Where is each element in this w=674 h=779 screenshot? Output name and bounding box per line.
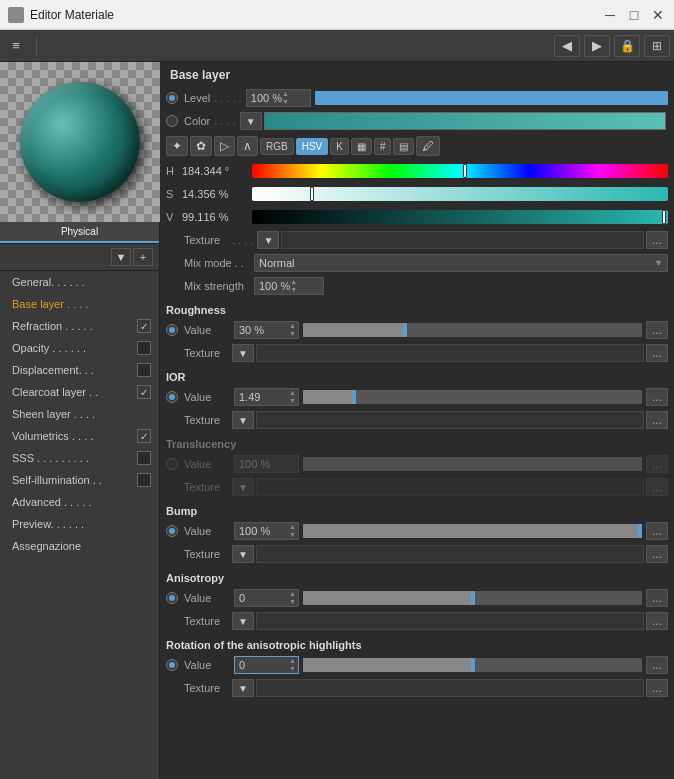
rotation-texture-field[interactable]: [256, 679, 644, 697]
texture-top-dropdown[interactable]: ▼: [257, 231, 279, 249]
anisotropy-texture-dropdown[interactable]: ▼: [232, 612, 254, 630]
roughness-more[interactable]: ...: [646, 321, 668, 339]
bump-down[interactable]: ▼: [289, 531, 296, 539]
sidebar-item-opacity[interactable]: Opacity . . . . . .: [0, 337, 159, 359]
ior-input[interactable]: 1.49 ▲ ▼: [234, 388, 299, 406]
level-down[interactable]: ▼: [282, 98, 289, 106]
roughness-texture-dropdown[interactable]: ▼: [232, 344, 254, 362]
sidebar-item-displacement[interactable]: Displacement. . .: [0, 359, 159, 381]
texture-top-field[interactable]: [281, 231, 644, 249]
level-up[interactable]: ▲: [282, 90, 289, 98]
sidebar-item-volumetrics[interactable]: Volumetrics . . . .: [0, 425, 159, 447]
self-illum-checkbox[interactable]: [137, 473, 151, 487]
back-button[interactable]: ◀: [554, 35, 580, 57]
sidebar-item-general[interactable]: General. . . . . .: [0, 271, 159, 293]
anisotropy-texture-field[interactable]: [256, 612, 644, 630]
tab-physical[interactable]: Physical: [0, 222, 159, 243]
color-eyedropper[interactable]: 🖊: [416, 136, 440, 156]
mix-strength-up[interactable]: ▲: [290, 278, 297, 286]
menu-button[interactable]: ≡: [4, 34, 28, 58]
bump-up[interactable]: ▲: [289, 523, 296, 531]
bump-texture-more[interactable]: ...: [646, 545, 668, 563]
sidebar-add-button[interactable]: +: [133, 248, 153, 266]
sidebar-item-base-layer[interactable]: Base layer . . . .: [0, 293, 159, 315]
bump-radio[interactable]: [166, 525, 178, 537]
rotation-input[interactable]: 0 ▲ ▼: [234, 656, 299, 674]
volumetrics-checkbox[interactable]: [137, 429, 151, 443]
sidebar-settings-button[interactable]: ▼: [111, 248, 131, 266]
rotation-slider[interactable]: [303, 658, 642, 672]
mix-strength-input[interactable]: 100 % ▲ ▼: [254, 277, 324, 295]
anisotropy-slider[interactable]: [303, 591, 642, 605]
displacement-checkbox[interactable]: [137, 363, 151, 377]
color-mode-grid[interactable]: ▦: [351, 138, 372, 155]
forward-button[interactable]: ▶: [584, 35, 610, 57]
bump-input[interactable]: 100 % ▲ ▼: [234, 522, 299, 540]
roughness-texture-more[interactable]: ...: [646, 344, 668, 362]
bump-texture-field[interactable]: [256, 545, 644, 563]
color-icon-btn-3[interactable]: ▷: [214, 136, 235, 156]
roughness-slider[interactable]: [303, 323, 642, 337]
ior-slider[interactable]: [303, 390, 642, 404]
ior-down[interactable]: ▼: [289, 397, 296, 405]
opacity-checkbox[interactable]: [137, 341, 151, 355]
lock-button[interactable]: 🔒: [614, 35, 640, 57]
sidebar-item-clearcoat[interactable]: Clearcoat layer . .: [0, 381, 159, 403]
rotation-more[interactable]: ...: [646, 656, 668, 674]
level-spinner[interactable]: ▲ ▼: [282, 90, 289, 106]
level-slider[interactable]: [315, 91, 668, 105]
roughness-radio[interactable]: [166, 324, 178, 336]
sidebar-item-sss[interactable]: SSS . . . . . . . . .: [0, 447, 159, 469]
color-mode-hex[interactable]: #: [374, 138, 392, 155]
ior-more[interactable]: ...: [646, 388, 668, 406]
bump-texture-dropdown[interactable]: ▼: [232, 545, 254, 563]
mix-strength-down[interactable]: ▼: [290, 286, 297, 294]
refraction-checkbox[interactable]: [137, 319, 151, 333]
sidebar-item-refraction[interactable]: Refraction . . . . .: [0, 315, 159, 337]
rotation-texture-more[interactable]: ...: [646, 679, 668, 697]
close-button[interactable]: ✕: [650, 7, 666, 23]
ior-texture-field[interactable]: [256, 411, 644, 429]
sss-checkbox[interactable]: [137, 451, 151, 465]
color-swatch[interactable]: [264, 112, 666, 130]
sidebar-item-sheen[interactable]: Sheen layer . . . .: [0, 403, 159, 425]
color-mode-mix[interactable]: ▤: [393, 138, 414, 155]
color-icon-btn-1[interactable]: ✦: [166, 136, 188, 156]
anisotropy-radio[interactable]: [166, 592, 178, 604]
rotation-down[interactable]: ▼: [289, 665, 296, 673]
sidebar-item-assegnazione[interactable]: Assegnazione: [0, 535, 159, 557]
anisotropy-up[interactable]: ▲: [289, 590, 296, 598]
h-slider[interactable]: [252, 164, 668, 178]
v-slider[interactable]: [252, 210, 668, 224]
sidebar-item-self-illum[interactable]: Self-illumination . .: [0, 469, 159, 491]
anisotropy-texture-more[interactable]: ...: [646, 612, 668, 630]
minimize-button[interactable]: ─: [602, 7, 618, 23]
color-radio[interactable]: [166, 115, 178, 127]
rotation-radio[interactable]: [166, 659, 178, 671]
clearcoat-checkbox[interactable]: [137, 385, 151, 399]
s-slider[interactable]: [252, 187, 668, 201]
color-icon-btn-2[interactable]: ✿: [190, 136, 212, 156]
color-icon-btn-4[interactable]: ∧: [237, 136, 258, 156]
maximize-button[interactable]: □: [626, 7, 642, 23]
rotation-up[interactable]: ▲: [289, 657, 296, 665]
mix-mode-dropdown[interactable]: Normal ▼: [254, 254, 668, 272]
ior-texture-more[interactable]: ...: [646, 411, 668, 429]
anisotropy-input[interactable]: 0 ▲ ▼: [234, 589, 299, 607]
texture-top-more[interactable]: ...: [646, 231, 668, 249]
roughness-down[interactable]: ▼: [289, 330, 296, 338]
ior-up[interactable]: ▲: [289, 389, 296, 397]
sidebar-item-preview[interactable]: Preview. . . . . .: [0, 513, 159, 535]
ior-radio[interactable]: [166, 391, 178, 403]
roughness-up[interactable]: ▲: [289, 322, 296, 330]
ior-texture-dropdown[interactable]: ▼: [232, 411, 254, 429]
anisotropy-down[interactable]: ▼: [289, 598, 296, 606]
level-input[interactable]: 100 % ▲ ▼: [246, 89, 311, 107]
color-mode-k[interactable]: K: [330, 138, 349, 155]
level-radio[interactable]: [166, 92, 178, 104]
color-mode-rgb[interactable]: RGB: [260, 138, 294, 155]
mix-strength-spinner[interactable]: ▲ ▼: [290, 278, 297, 294]
sidebar-item-advanced[interactable]: Advanced . . . . .: [0, 491, 159, 513]
anisotropy-more[interactable]: ...: [646, 589, 668, 607]
bump-more[interactable]: ...: [646, 522, 668, 540]
